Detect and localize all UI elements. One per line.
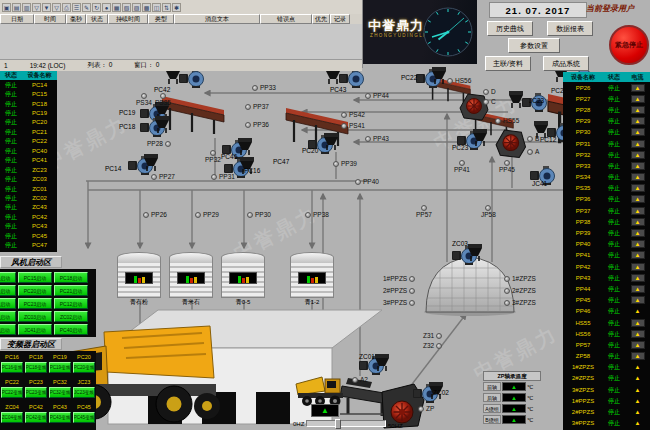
device-row[interactable]: PP32 停止 ▲	[563, 149, 650, 160]
hopper-icon[interactable]	[143, 154, 159, 176]
toolbar-icon[interactable]: ▥	[22, 3, 31, 12]
alarm-column-header[interactable]: 持续时间	[108, 14, 148, 24]
vfd-start-button[interactable]: PC23变频	[25, 387, 47, 398]
vfd-start-button[interactable]: PC43变频	[49, 412, 71, 423]
device-row[interactable]: PP41 停止 ▲	[563, 250, 650, 261]
device-row[interactable]: PP57 停止 ▲	[563, 339, 650, 350]
toolbar-icon[interactable]: ◫	[152, 3, 161, 12]
alarm-column-header[interactable]: 状态	[86, 14, 108, 24]
device-row[interactable]: PP30 停止 ▲	[563, 127, 650, 138]
toolbar-icon[interactable]: ▦	[112, 3, 121, 12]
device-row[interactable]: HS56 停止 ▲	[563, 328, 650, 339]
device-row[interactable]: PP31 停止 ▲	[563, 138, 650, 149]
device-row[interactable]: 停止 PC45	[0, 231, 57, 240]
device-row[interactable]: 停止 PC40	[0, 146, 57, 155]
device-row[interactable]: 停止 PC43	[0, 222, 57, 231]
alarm-column-header[interactable]: 日期	[0, 14, 34, 24]
vfd-start-button[interactable]: ZC04变频	[1, 412, 23, 423]
device-row[interactable]: PP37 停止 ▲	[563, 205, 650, 216]
product-silo[interactable]: 青米石	[169, 252, 213, 305]
device-row[interactable]: PP39 停止 ▲	[563, 227, 650, 238]
nav-button[interactable]: 历史曲线	[487, 21, 533, 36]
alarm-column-header[interactable]: 毫秒	[66, 14, 86, 24]
device-row[interactable]: 停止 PC18	[0, 99, 57, 108]
hopper-icon[interactable]	[323, 133, 339, 155]
toolbar-icon[interactable]: ⇅	[162, 3, 171, 12]
toolbar-icon[interactable]: ⎙	[62, 3, 71, 12]
device-row[interactable]: PP44 停止 ▲	[563, 283, 650, 294]
alarm-column-header[interactable]: 时间	[34, 14, 66, 24]
device-row[interactable]: PP36 停止 ▲	[563, 194, 650, 205]
device-row[interactable]: PP42 停止 ▲	[563, 261, 650, 272]
toolbar-icon[interactable]: ▼	[42, 3, 51, 12]
device-row[interactable]: PP43 停止 ▲	[563, 272, 650, 283]
device-row[interactable]: PP26 停止 ▲	[563, 82, 650, 93]
device-row[interactable]: 停止 PC19	[0, 108, 57, 117]
frequency-slider[interactable]	[306, 420, 386, 427]
alarm-column-header[interactable]: 消息文本	[174, 14, 260, 24]
start-button[interactable]: PC15启动	[18, 272, 52, 283]
vfd-start-button[interactable]: PC16变频	[1, 362, 23, 373]
product-silo[interactable]: 青石粉	[117, 252, 161, 305]
device-row[interactable]: 3#PPZS 停止 ▲	[563, 418, 650, 429]
start-button[interactable]: PC19启动	[0, 285, 16, 296]
start-button[interactable]: ZC02启动	[54, 311, 88, 322]
vfd-start-button[interactable]: JC23变频	[73, 387, 95, 398]
start-button[interactable]: PC40启动	[54, 324, 88, 335]
vfd-start-button[interactable]: PC32变频	[49, 387, 71, 398]
device-row[interactable]: 停止 ZC02	[0, 193, 57, 202]
device-row[interactable]: 停止 PC14	[0, 80, 57, 89]
nav-button[interactable]: 数据报表	[547, 21, 593, 36]
slider-handle[interactable]	[335, 419, 341, 429]
device-row[interactable]: 停止 PC41	[0, 156, 57, 165]
toolbar-icon[interactable]: ↻	[92, 3, 101, 12]
alarm-column-header[interactable]: 错误点	[260, 14, 312, 24]
alarm-column-header[interactable]: 类型	[148, 14, 174, 24]
device-row[interactable]: 停止 ZC43	[0, 203, 57, 212]
vfd-start-button[interactable]: PC20变频	[73, 362, 95, 373]
device-row[interactable]: 2#PPZS 停止 ▲	[563, 406, 650, 417]
device-row[interactable]: PP28 停止 ▲	[563, 104, 650, 115]
alarm-list-body[interactable]	[0, 24, 362, 60]
device-row[interactable]: 停止 PC47	[0, 240, 57, 249]
start-button[interactable]: PC12启动	[54, 298, 88, 309]
start-button[interactable]: PC22启动	[0, 298, 16, 309]
start-button[interactable]: JC23启动	[0, 324, 16, 335]
toolbar-icon[interactable]: ✎	[82, 3, 91, 12]
device-row[interactable]: 1#ZPZS 停止 ▲	[563, 362, 650, 373]
start-button[interactable]: ZC03启动	[18, 311, 52, 322]
emergency-stop-button[interactable]: 紧急停止	[609, 25, 649, 65]
product-silo[interactable]: 青0-5	[221, 252, 265, 305]
hopper-icon[interactable]	[431, 67, 447, 89]
start-button[interactable]: PC14启动	[0, 272, 16, 283]
hopper-icon[interactable]	[508, 91, 524, 113]
device-row[interactable]: PP46 停止 ▲	[563, 306, 650, 317]
toolbar-icon[interactable]: ▤	[12, 3, 21, 12]
toolbar-icon[interactable]: ▣	[2, 3, 11, 12]
start-button[interactable]: ZC01启动	[0, 311, 16, 322]
start-button[interactable]: PC21启动	[54, 285, 88, 296]
device-row[interactable]: 停止 ZC03	[0, 174, 57, 183]
device-row[interactable]: 停止 PC22	[0, 137, 57, 146]
vfd-start-button[interactable]: PC19变频	[49, 362, 71, 373]
device-row[interactable]: PS35 停止 ▲	[563, 183, 650, 194]
start-button[interactable]: PC20启动	[18, 285, 52, 296]
hopper-icon[interactable]	[472, 129, 488, 151]
nav-button[interactable]: 参数设置	[508, 38, 560, 53]
hopper-icon[interactable]	[467, 244, 483, 266]
toolbar-icon[interactable]: ▩	[142, 3, 151, 12]
start-button[interactable]: JC41启动	[18, 324, 52, 335]
device-row[interactable]: 停止 PC15	[0, 89, 57, 98]
alarm-column-header[interactable]: 优先	[312, 14, 330, 24]
device-row[interactable]: 停止 ZC23	[0, 165, 57, 174]
hopper-icon[interactable]	[154, 116, 170, 138]
device-row[interactable]: 2#ZPZS 停止 ▲	[563, 373, 650, 384]
device-row[interactable]: PP38 停止 ▲	[563, 216, 650, 227]
device-row[interactable]: PS34 停止 ▲	[563, 172, 650, 183]
start-button[interactable]: PC23启动	[18, 298, 52, 309]
nav-button[interactable]: 成品系统	[543, 56, 589, 71]
device-row[interactable]: PP40 停止 ▲	[563, 239, 650, 250]
device-row[interactable]: 1#PPZS 停止 ▲	[563, 395, 650, 406]
device-row[interactable]: ZP58 停止 ▲	[563, 351, 650, 362]
device-row[interactable]: PP29 停止 ▲	[563, 116, 650, 127]
